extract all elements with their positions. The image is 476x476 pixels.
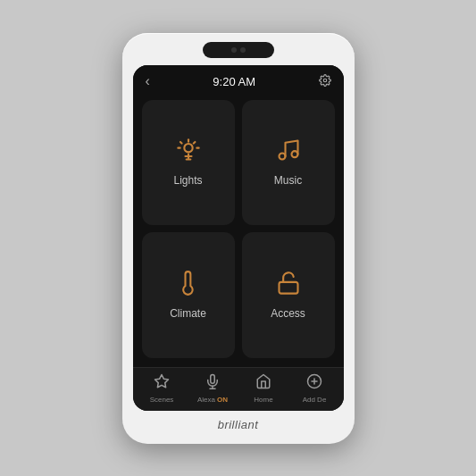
tile-grid: Lights Music [133, 95, 344, 367]
music-label: Music [274, 174, 302, 187]
home-label: Home [254, 396, 272, 404]
alexa-icon [205, 373, 221, 394]
svg-rect-12 [279, 282, 297, 294]
svg-point-0 [323, 79, 327, 82]
smart-panel-device: ‹ 9:20 AM [122, 33, 355, 444]
bottom-navigation: Scenes Alexa ON [133, 367, 344, 411]
nav-home[interactable]: Home [244, 373, 283, 404]
add-label: Add De [303, 396, 327, 404]
add-icon [306, 373, 322, 394]
nav-scenes[interactable]: Scenes [142, 373, 181, 404]
lights-label: Lights [173, 174, 202, 187]
tile-climate[interactable]: Climate [142, 232, 235, 358]
svg-line-5 [193, 142, 195, 144]
svg-marker-13 [155, 374, 169, 387]
nav-alexa[interactable]: Alexa ON [193, 373, 232, 404]
status-bar: ‹ 9:20 AM [133, 65, 344, 95]
tile-lights[interactable]: Lights [142, 100, 235, 226]
scenes-icon [154, 373, 170, 394]
nav-add[interactable]: Add De [295, 373, 334, 404]
svg-line-4 [180, 142, 181, 144]
back-button[interactable]: ‹ [146, 74, 150, 88]
svg-point-11 [291, 151, 297, 157]
camera-dot [231, 47, 237, 53]
device-screen: ‹ 9:20 AM [133, 65, 344, 411]
time-display: 9:20 AM [213, 75, 255, 88]
home-icon [255, 373, 271, 394]
scenes-label: Scenes [150, 396, 174, 404]
access-icon [276, 271, 301, 300]
climate-label: Climate [170, 307, 206, 320]
access-label: Access [271, 307, 305, 320]
music-icon [276, 138, 301, 167]
camera-bar [203, 42, 274, 58]
svg-point-1 [184, 144, 192, 152]
tile-music[interactable]: Music [242, 100, 335, 226]
brand-name: brilliant [218, 418, 259, 431]
camera-dot-2 [240, 47, 246, 53]
climate-icon [176, 271, 201, 300]
alexa-label: Alexa ON [197, 396, 228, 404]
settings-icon[interactable] [319, 74, 331, 89]
svg-point-10 [279, 154, 285, 160]
tile-access[interactable]: Access [242, 232, 335, 358]
lights-icon [176, 138, 201, 167]
